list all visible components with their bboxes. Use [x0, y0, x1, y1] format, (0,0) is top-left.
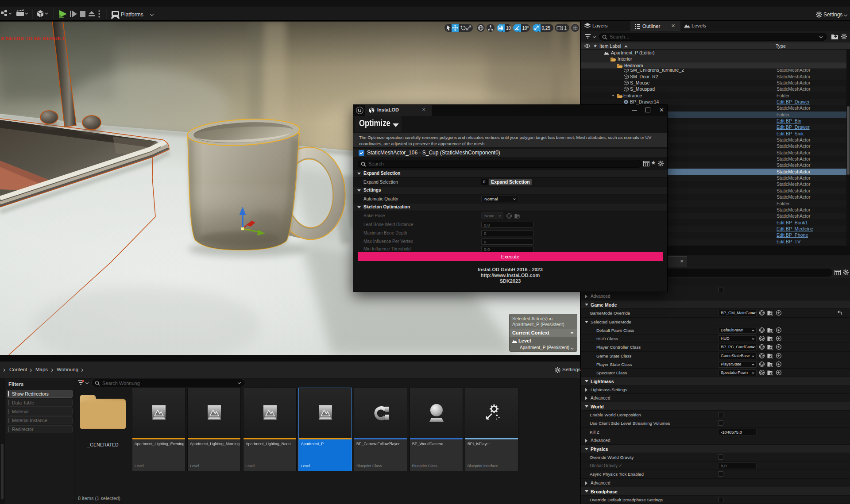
svg-text:1: 1: [564, 26, 567, 31]
svg-text:0,25: 0,25: [542, 26, 551, 31]
svg-text:10: 10: [506, 26, 511, 31]
svg-text:10°: 10°: [522, 26, 529, 31]
